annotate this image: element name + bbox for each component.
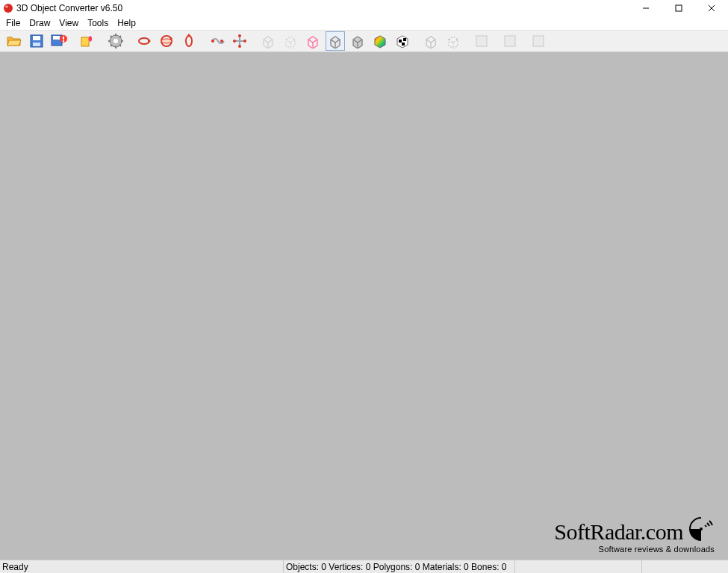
svg-line-21: [111, 36, 112, 37]
open-icon[interactable]: [4, 31, 24, 51]
misc-a-icon[interactable]: [472, 31, 491, 51]
menu-help[interactable]: Help: [113, 18, 140, 28]
close-button[interactable]: [695, 0, 728, 16]
app-window: 3D Object Converter v6.50 File Draw View…: [0, 0, 728, 573]
tool-b-icon[interactable]: [230, 31, 249, 51]
svg-point-1: [5, 6, 8, 8]
toolbar-separator: [200, 31, 206, 51]
svg-rect-51: [402, 43, 405, 46]
menu-draw[interactable]: Draw: [25, 18, 55, 28]
svg-rect-50: [399, 40, 402, 43]
toolbar-separator: [127, 31, 133, 51]
svg-rect-14: [81, 37, 89, 46]
svg-point-36: [233, 40, 236, 43]
menu-file[interactable]: File: [1, 18, 25, 28]
svg-point-30: [211, 40, 214, 43]
watermark-subtext: Software reviews & downloads: [554, 545, 715, 554]
color-gradient-icon[interactable]: [370, 31, 390, 51]
svg-line-23: [119, 36, 121, 37]
rotate-z-icon[interactable]: [179, 31, 199, 51]
svg-point-16: [113, 39, 118, 43]
statusbar: Ready Objects: 0 Vertices: 0 Polygons: 0…: [0, 560, 728, 573]
svg-rect-13: [63, 40, 64, 42]
app-icon: [3, 3, 13, 13]
svg-point-34: [238, 34, 241, 37]
rotate-y-icon[interactable]: [157, 31, 176, 51]
window-title: 3D Object Converter v6.50: [16, 3, 122, 13]
wireframe-1-icon[interactable]: [258, 31, 278, 51]
menubar: File Draw View Tools Help: [0, 16, 728, 30]
radar-icon: [688, 516, 715, 548]
checker-icon[interactable]: [393, 31, 412, 51]
maximize-button[interactable]: [662, 0, 695, 16]
svg-rect-10: [53, 36, 60, 40]
shaded-2-icon[interactable]: [348, 31, 367, 51]
svg-point-37: [243, 40, 246, 43]
misc-b-icon[interactable]: [500, 31, 520, 51]
svg-rect-52: [403, 38, 406, 41]
svg-point-31: [220, 40, 223, 43]
svg-rect-3: [676, 5, 682, 11]
tool-a-icon[interactable]: [208, 31, 227, 51]
status-ready: Ready: [0, 560, 284, 573]
view-b-icon[interactable]: [444, 31, 463, 51]
svg-point-35: [238, 45, 241, 48]
favorite-icon[interactable]: [78, 31, 97, 51]
toolbar-separator: [414, 31, 420, 51]
toolbar-separator: [464, 31, 470, 51]
svg-rect-57: [476, 36, 487, 46]
wireframe-3-icon[interactable]: [303, 31, 323, 51]
misc-c-icon[interactable]: [529, 31, 548, 51]
svg-line-22: [119, 45, 121, 46]
menu-tools[interactable]: Tools: [83, 18, 113, 28]
toolbar-separator: [521, 31, 527, 51]
svg-rect-7: [33, 36, 40, 40]
status-stats: Objects: 0 Vertices: 0 Polygons: 0 Mater…: [284, 560, 515, 573]
rotate-x-icon[interactable]: [134, 31, 154, 51]
watermark: SoftRadar.com Software reviews & downloa…: [554, 516, 715, 554]
viewport-canvas[interactable]: SoftRadar.com Software reviews & downloa…: [0, 52, 728, 560]
window-controls: [629, 0, 728, 16]
minimize-button[interactable]: [629, 0, 662, 16]
watermark-text: SoftRadar.com: [554, 519, 683, 545]
toolbar-separator: [99, 31, 105, 51]
status-empty-2: [642, 560, 728, 573]
svg-point-60: [700, 527, 703, 530]
toolbar-separator: [70, 31, 76, 51]
toolbar: [0, 30, 728, 52]
menu-view[interactable]: View: [55, 18, 83, 28]
status-empty-1: [515, 560, 642, 573]
wireframe-2-icon[interactable]: [281, 31, 300, 51]
svg-rect-12: [63, 37, 64, 40]
settings-icon[interactable]: [106, 31, 125, 51]
shaded-1-icon[interactable]: [326, 31, 345, 51]
view-a-icon[interactable]: [421, 31, 441, 51]
toolbar-separator: [493, 31, 499, 51]
svg-rect-8: [33, 43, 40, 46]
titlebar: 3D Object Converter v6.50: [0, 0, 728, 16]
svg-line-24: [111, 45, 112, 46]
svg-rect-58: [505, 36, 515, 46]
save-icon[interactable]: [27, 31, 46, 51]
svg-rect-59: [533, 36, 544, 46]
svg-marker-29: [187, 34, 191, 37]
svg-point-0: [4, 4, 13, 13]
save-as-icon[interactable]: [49, 31, 69, 51]
toolbar-separator: [251, 31, 257, 51]
svg-marker-48: [375, 36, 385, 48]
